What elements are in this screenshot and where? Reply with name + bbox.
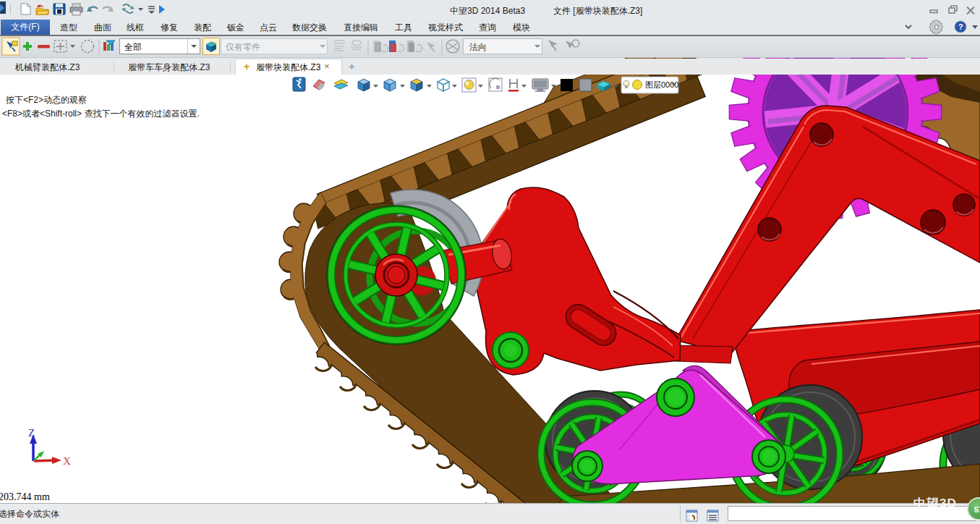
svg-text:X: X <box>63 455 71 467</box>
svg-text:?: ? <box>958 22 963 31</box>
